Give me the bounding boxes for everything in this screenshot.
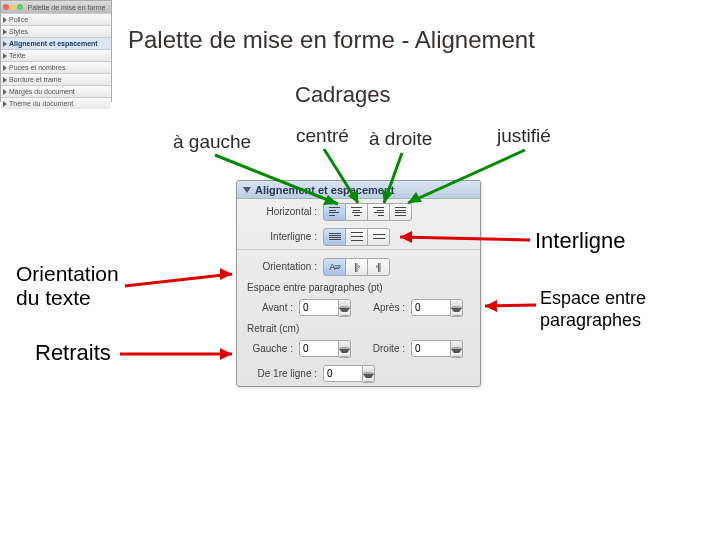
line-spacing-single-icon xyxy=(329,233,341,240)
svg-line-10 xyxy=(125,274,232,286)
line-spacing-single-button[interactable] xyxy=(323,228,346,246)
line-spacing-onehalf-icon xyxy=(351,232,363,241)
stepper-down-icon xyxy=(451,308,462,316)
annotation-paragraph-spacing: Espace entreparagraphes xyxy=(540,288,646,331)
mini-palette-thumbnail: Palette de mise en forme PoliceStylesAli… xyxy=(0,0,112,102)
line-spacing-label: Interligne : xyxy=(243,231,317,242)
orientation-segment: A≡› ‖› ‹‖ xyxy=(323,258,390,276)
orientation-rtl-button[interactable]: ‹‖ xyxy=(367,258,390,276)
indent-left-stepper-buttons[interactable] xyxy=(339,340,351,358)
annotation-text-orientation: Orientationdu texte xyxy=(16,262,119,310)
after-input[interactable] xyxy=(411,299,451,316)
indent-left-right-row: Gauche : Droite : xyxy=(237,336,480,361)
first-line-indent-label: De 1re ligne : xyxy=(243,368,317,379)
orientation-rtl-icon: ‹‖ xyxy=(376,262,381,272)
close-icon xyxy=(3,4,9,10)
first-line-indent-row: De 1re ligne : xyxy=(237,361,480,386)
svg-marker-15 xyxy=(220,348,232,360)
mini-palette-row: Texte xyxy=(1,49,111,61)
mini-palette-row: Puces et nombres xyxy=(1,61,111,73)
indent-heading: Retrait (cm) xyxy=(237,320,480,336)
first-line-indent-stepper[interactable] xyxy=(323,365,375,382)
stepper-up-icon xyxy=(451,340,462,348)
line-spacing-double-button[interactable] xyxy=(367,228,390,246)
page-subtitle: Cadrages xyxy=(295,82,390,108)
before-label: Avant : xyxy=(243,302,293,313)
paragraph-spacing-label: Espace entre paragraphes (pt) xyxy=(243,282,383,293)
line-spacing-row: Interligne : xyxy=(237,224,480,249)
panel-header[interactable]: Alignement et espacement xyxy=(237,181,480,199)
minimize-icon xyxy=(10,4,16,10)
annotation-left-align: à gauche xyxy=(173,131,251,153)
arrow-indents xyxy=(120,348,232,360)
stepper-up-icon xyxy=(451,299,462,307)
stepper-up-icon xyxy=(339,299,350,307)
stepper-down-icon xyxy=(451,349,462,357)
align-center-icon xyxy=(351,207,362,216)
orientation-ltr-icon: A≡› xyxy=(329,262,340,272)
page-title: Palette de mise en forme - Alignement xyxy=(128,26,535,54)
mini-palette-row: Bordure et trame xyxy=(1,73,111,85)
before-stepper-buttons[interactable] xyxy=(339,299,351,317)
first-line-indent-stepper-buttons[interactable] xyxy=(363,365,375,383)
after-label: Après : xyxy=(357,302,405,313)
horizontal-segment xyxy=(323,203,412,221)
arrow-orientation xyxy=(125,268,232,286)
arrow-paragraph-spacing xyxy=(485,300,536,312)
mini-palette-row: Marges du document xyxy=(1,85,111,97)
orientation-ltr-button[interactable]: A≡› xyxy=(323,258,346,276)
disclosure-triangle-icon xyxy=(243,187,251,193)
line-spacing-double-icon xyxy=(373,234,385,239)
panel-header-label: Alignement et espacement xyxy=(255,184,394,196)
indent-left-input[interactable] xyxy=(299,340,339,357)
line-spacing-segment xyxy=(323,228,390,246)
annotation-line-spacing: Interligne xyxy=(535,228,626,254)
first-line-indent-input[interactable] xyxy=(323,365,363,382)
mini-palette-row: Police xyxy=(1,13,111,25)
horizontal-label: Horizontal : xyxy=(243,206,317,217)
paragraph-spacing-heading: Espace entre paragraphes (pt) xyxy=(237,279,480,295)
before-after-row: Avant : Après : xyxy=(237,295,480,320)
zoom-icon xyxy=(17,4,23,10)
orientation-row: Orientation : A≡› ‖› ‹‖ xyxy=(237,254,480,279)
orientation-label: Orientation : xyxy=(243,261,317,272)
annotation-indents: Retraits xyxy=(35,340,111,366)
align-center-button[interactable] xyxy=(345,203,368,221)
indent-left-stepper[interactable] xyxy=(299,340,351,357)
horizontal-row: Horizontal : xyxy=(237,199,480,224)
mini-palette-row: Alignement et espacement xyxy=(1,37,111,49)
indent-right-input[interactable] xyxy=(411,340,451,357)
align-right-icon xyxy=(373,207,384,216)
align-justify-icon xyxy=(395,207,406,216)
mini-palette-row: Styles xyxy=(1,25,111,37)
stepper-down-icon xyxy=(339,308,350,316)
indent-right-label: Droite : xyxy=(357,343,405,354)
mini-palette-title: Palette de mise en forme xyxy=(24,4,109,11)
before-stepper[interactable] xyxy=(299,299,351,316)
after-stepper-buttons[interactable] xyxy=(451,299,463,317)
annotation-right-align: à droite xyxy=(369,128,432,150)
orientation-ttb-button[interactable]: ‖› xyxy=(345,258,368,276)
indent-left-label: Gauche : xyxy=(243,343,293,354)
line-spacing-onehalf-button[interactable] xyxy=(345,228,368,246)
alignment-spacing-panel: Alignement et espacement Horizontal : In… xyxy=(236,180,481,387)
annotation-center-align: centré xyxy=(296,125,349,147)
stepper-up-icon xyxy=(339,340,350,348)
after-stepper[interactable] xyxy=(411,299,463,316)
stepper-down-icon xyxy=(339,349,350,357)
annotation-justify-align: justifié xyxy=(497,125,551,147)
before-input[interactable] xyxy=(299,299,339,316)
orientation-ttb-icon: ‖› xyxy=(354,262,359,272)
align-justify-button[interactable] xyxy=(389,203,412,221)
indent-right-stepper-buttons[interactable] xyxy=(451,340,463,358)
align-left-icon xyxy=(329,207,340,216)
align-left-button[interactable] xyxy=(323,203,346,221)
align-right-button[interactable] xyxy=(367,203,390,221)
stepper-down-icon xyxy=(363,374,374,382)
mini-palette-titlebar: Palette de mise en forme xyxy=(1,1,111,13)
indent-label: Retrait (cm) xyxy=(243,323,299,334)
stepper-up-icon xyxy=(363,365,374,373)
indent-right-stepper[interactable] xyxy=(411,340,463,357)
svg-marker-11 xyxy=(220,268,232,280)
mini-palette-row: Thème du document xyxy=(1,97,111,109)
